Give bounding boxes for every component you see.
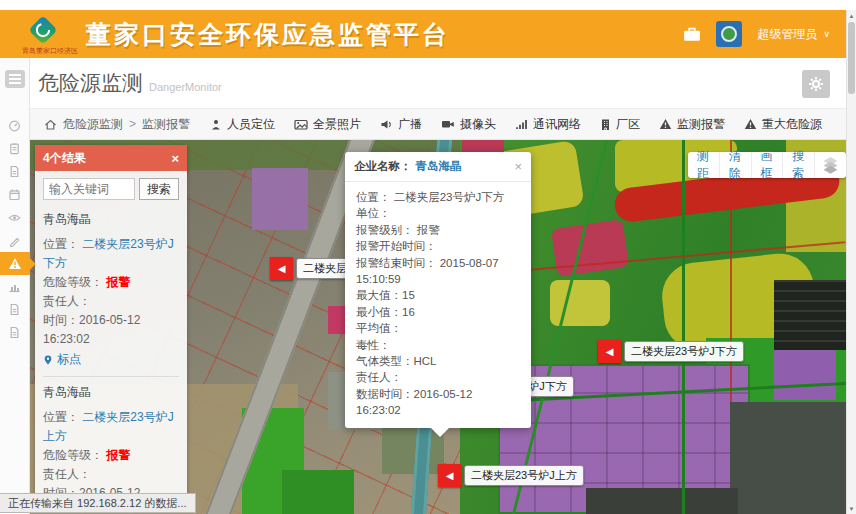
- field-label: 平均值：: [356, 322, 402, 334]
- document-icon: [8, 303, 21, 316]
- popup-pointer: [431, 428, 449, 437]
- map-marker[interactable]: ◀ 二楼夹层23号炉J上方: [438, 464, 584, 487]
- camera-icon: [441, 118, 455, 130]
- breadcrumb-home[interactable]: 危险源监测: [63, 116, 123, 133]
- page-header: 危险源监测 DangerMonitor: [30, 58, 846, 108]
- bar-chart-icon: [8, 280, 21, 293]
- toolbar-label: 重大危险源: [762, 116, 822, 133]
- toolbar-factory-area[interactable]: 厂区: [600, 116, 640, 133]
- draw-frame-button[interactable]: 画框: [752, 152, 784, 178]
- marker-label: 二楼夹层23号炉J上方: [464, 465, 584, 486]
- toolbar-broadcast[interactable]: 广播: [380, 116, 422, 133]
- scroll-down-icon[interactable]: ▼: [847, 503, 856, 514]
- layers-button[interactable]: [815, 152, 846, 178]
- sidebar-item-report[interactable]: [0, 160, 30, 183]
- result-level: 报警: [106, 448, 130, 462]
- sidebar-item-doc-2[interactable]: [0, 298, 30, 321]
- clear-button[interactable]: 清除: [720, 152, 752, 178]
- toolbar-label: 厂区: [616, 116, 640, 133]
- toolbar-cameras[interactable]: 摄像头: [441, 116, 496, 133]
- vertical-scrollbar[interactable]: ▲ ▼: [846, 10, 856, 514]
- search-map-button[interactable]: 搜索: [783, 152, 815, 178]
- scroll-up-icon[interactable]: ▲: [847, 10, 856, 21]
- toolbar-panorama-photos[interactable]: 全景照片: [294, 116, 361, 133]
- user-menu[interactable]: 超级管理员 ∨: [757, 26, 830, 43]
- field-value: 16: [402, 306, 415, 318]
- map-region: [282, 470, 354, 514]
- person-pin-icon: [210, 118, 222, 131]
- gauge-icon: [8, 119, 21, 132]
- user-avatar[interactable]: [716, 21, 742, 47]
- field-label: 危险等级：: [43, 448, 103, 462]
- result-item[interactable]: 青岛海晶 位置： 二楼夹层23号炉J下方 危险等级： 报警 责任人： 时间：20…: [43, 204, 179, 377]
- scrollbar-thumb[interactable]: [848, 22, 855, 94]
- mark-point-link[interactable]: 标点: [43, 349, 179, 370]
- app-header: 青岛董家口经济区 董家口安全环保应急监管平台 超级管理员 ∨: [0, 10, 856, 58]
- field-label: 数据时间：: [356, 388, 414, 400]
- sidebar-toggle-button[interactable]: [5, 70, 25, 88]
- results-panel: 4个结果 × 搜索 青岛海晶 位置： 二楼夹层23号炉J下方 危险等级： 报警 …: [35, 145, 187, 507]
- sidebar-item-calendar[interactable]: [0, 183, 30, 206]
- sidebar-item-doc-3[interactable]: [0, 321, 30, 344]
- sidebar-item-dashboard[interactable]: [0, 114, 30, 137]
- map-region: [550, 280, 610, 326]
- toolbar-major-danger-source[interactable]: 重大危险源: [744, 116, 822, 133]
- alarm-marker-icon[interactable]: ◀: [598, 340, 621, 363]
- breadcrumb-bar: 危险源监测 > 监测报警 人员定位 全景照片 广播 摄像头 通讯网络 厂区 监测…: [30, 108, 846, 140]
- app-logo: 青岛董家口经济区: [26, 15, 72, 54]
- alarm-marker-icon[interactable]: ◀: [270, 257, 293, 280]
- home-icon: [44, 118, 57, 131]
- warning-triangle-icon: [8, 257, 22, 270]
- map-region: [586, 488, 738, 514]
- popup-field-row: 平均值：: [356, 320, 520, 336]
- sidebar-item-monitor-alarm-active[interactable]: [0, 252, 30, 275]
- field-label: 报警开始时间：: [356, 240, 437, 252]
- keyword-search-input[interactable]: [43, 178, 135, 200]
- search-button[interactable]: 搜索: [139, 178, 179, 200]
- close-icon[interactable]: ×: [171, 151, 179, 166]
- map-tools: 测距 清除 画框 搜索: [688, 152, 846, 178]
- sidebar-item-edit[interactable]: [0, 229, 30, 252]
- sidebar-item-tasks[interactable]: [0, 137, 30, 160]
- signal-bars-icon: [515, 118, 528, 130]
- popup-header: 企业名称： 青岛海晶 ×: [345, 152, 531, 182]
- field-label: 毒性：: [356, 339, 391, 351]
- measure-distance-button[interactable]: 测距: [688, 152, 720, 178]
- popup-body: 位置： 二楼夹层23号炉J下方 单位： 报警级别： 报警 报警开始时间： 报警结…: [345, 182, 531, 428]
- logo-diamond-icon: [26, 15, 60, 47]
- toolbar-personnel-locating[interactable]: 人员定位: [210, 116, 275, 133]
- browser-status-bar: 正在传输来自 192.168.2.12 的数据...: [0, 493, 196, 513]
- popup-field-row: 气体类型：HCL: [356, 353, 520, 369]
- app-title: 董家口安全环保应急监管平台: [86, 18, 450, 51]
- field-value: 报警: [417, 224, 440, 236]
- result-item[interactable]: 青岛海晶 位置： 二楼夹层23号炉J上方 危险等级： 报警 责任人： 时间：20…: [43, 377, 179, 507]
- toolbar-label: 全景照片: [313, 116, 361, 133]
- results-panel-header: 4个结果 ×: [35, 145, 187, 171]
- map-layer-toolbar: 人员定位 全景照片 广播 摄像头 通讯网络 厂区 监测报警 重大危险源: [210, 116, 822, 133]
- map-canvas[interactable]: ◀ 二楼夹层23号炉J下方 ◀ 二楼夹层23号炉J下方 ◀ 二楼夹层23号炉J下…: [30, 140, 846, 514]
- field-label: 单位：: [356, 207, 391, 219]
- field-label: 气体类型：: [356, 355, 414, 367]
- field-label: 责任人：: [43, 294, 91, 308]
- map-marker[interactable]: ◀ 二楼夹层23号炉J下方: [598, 340, 744, 363]
- briefcase-icon[interactable]: [683, 26, 701, 42]
- field-label: 位置：: [356, 191, 391, 203]
- close-icon[interactable]: ×: [514, 159, 522, 174]
- result-company: 青岛海晶: [43, 384, 179, 401]
- toolbar-monitor-alarm[interactable]: 监测报警: [659, 116, 725, 133]
- sidebar-item-watch[interactable]: [0, 206, 30, 229]
- toolbar-comm-network[interactable]: 通讯网络: [515, 116, 581, 133]
- alarm-marker-icon[interactable]: ◀: [438, 464, 461, 487]
- toolbar-label: 通讯网络: [533, 116, 581, 133]
- popup-field-row: 单位：: [356, 205, 520, 221]
- alarm-warning-icon: [659, 118, 672, 130]
- field-label: 报警级别：: [356, 224, 414, 236]
- popup-field-row: 最小值：16: [356, 304, 520, 320]
- field-label: 最小值：: [356, 306, 402, 318]
- result-company: 青岛海晶: [43, 211, 179, 228]
- settings-button[interactable]: [802, 70, 830, 98]
- sidebar-item-statistics[interactable]: [0, 275, 30, 298]
- popup-company-name[interactable]: 青岛海晶: [416, 159, 462, 174]
- field-value: 二楼夹层23号炉J下方: [394, 191, 505, 203]
- results-panel-body: 搜索 青岛海晶 位置： 二楼夹层23号炉J下方 危险等级： 报警 责任人： 时间…: [35, 171, 187, 507]
